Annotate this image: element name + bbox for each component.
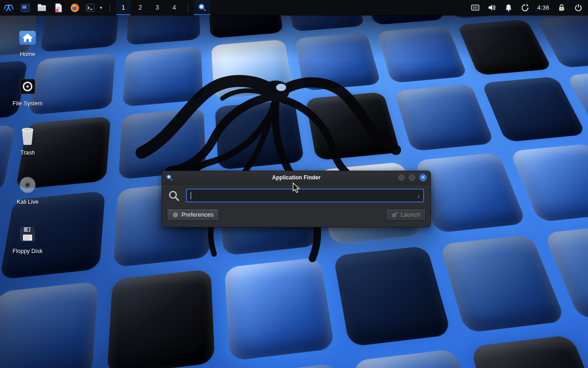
kali-menu-icon [3,2,14,13]
cube-tile [0,201,1,292]
panel-separator [187,4,188,12]
taskbar-application-finder[interactable] [194,0,210,15]
file-system-drive-icon [17,76,38,97]
minimize-button[interactable] [398,174,405,181]
file-manager-launcher[interactable] [35,1,49,14]
cube-tile [394,84,494,151]
cube-tile [0,281,98,368]
desktop-icon-label: File System [7,100,48,107]
dialog-button-row: Preferences [162,206,430,221]
volume-icon[interactable] [487,3,496,12]
terminal-launcher[interactable] [85,1,96,14]
panel-right-group: 4:36 [471,0,588,15]
text-editor-icon [53,3,63,13]
file-manager-icon [37,3,47,13]
launch-icon [391,212,398,218]
cube-tile [457,19,552,75]
desktop-icon-label: Floppy Disk [7,248,48,254]
updates-icon[interactable] [520,3,529,12]
desktop-root: ▾ 1 2 3 4 [0,0,588,368]
floppy-disk-icon [17,224,38,245]
cube-tile [352,349,487,368]
notifications-icon[interactable] [504,3,513,12]
cube-tile [415,152,526,233]
desktop-icon-label: Kali Live [7,199,48,205]
desktop-icon-home[interactable]: Home [7,27,48,58]
entry-dropdown-icon[interactable]: ↓ [417,192,420,199]
desktop-icon-label: Trash [7,150,48,156]
cube-tile [585,322,588,368]
desktop-icon-trash[interactable]: Trash [7,125,48,156]
display-icon[interactable] [471,3,480,12]
launch-button[interactable]: Launch [386,208,426,221]
preferences-button[interactable]: Preferences [167,208,219,221]
preferences-button-label: Preferences [181,211,214,218]
cube-tile [440,235,565,334]
home-folder-icon [17,27,38,48]
desktop-icon-floppy-disk[interactable]: Floppy Disk [7,224,48,254]
cube-tile [107,269,215,368]
desktop-icon-file-system[interactable]: File System [7,76,48,107]
desktop-icon-kali-live[interactable]: Kali Live [7,174,48,205]
terminal-icon [85,3,95,12]
text-editor-launcher[interactable] [51,1,65,14]
top-panel: ▾ 1 2 3 4 [0,0,588,15]
lock-icon[interactable] [557,3,566,12]
clock[interactable]: 4:36 [537,4,549,11]
titlebar[interactable]: Application Finder ✕ [162,171,430,184]
firefox-launcher[interactable] [68,1,82,14]
application-finder-window: Application Finder ✕ ↓ [162,171,431,227]
chevron-down-icon[interactable]: ▾ [98,5,104,10]
preferences-gear-icon [172,212,179,218]
close-button[interactable]: ✕ [419,174,427,181]
workspace-switcher-1[interactable]: 1 [116,0,130,15]
optical-disc-icon [17,174,38,196]
cube-tile [224,257,335,361]
cube-tile [481,76,586,142]
firefox-icon [70,3,80,13]
launch-button-label: Launch [401,211,420,218]
power-icon[interactable] [574,3,582,12]
window-manager-icon [20,3,30,13]
cube-tile [470,335,588,368]
window-title: Application Finder [162,174,430,181]
text-caret [191,192,191,199]
appfinder-task-icon [198,3,207,12]
desktop-icon-label: Home [7,51,48,58]
window-manager-launcher[interactable] [18,1,32,14]
maximize-button[interactable] [409,174,415,181]
cube-tile [231,363,356,368]
panel-separator [110,4,110,12]
window-controls: ✕ [398,174,427,181]
search-input[interactable]: ↓ [186,189,424,202]
window-appfinder-icon [166,174,173,181]
workspace-switcher-4[interactable]: 4 [167,0,181,15]
search-row: ↓ [162,184,430,206]
applications-menu-button[interactable] [2,1,16,14]
workspace-switcher-2[interactable]: 2 [133,0,147,15]
panel-left-group: ▾ 1 2 3 4 [0,0,210,15]
kali-dragon-logo [115,48,409,264]
workspace-switcher-3[interactable]: 3 [150,0,164,15]
trash-icon [17,125,38,146]
search-icon [168,190,180,202]
